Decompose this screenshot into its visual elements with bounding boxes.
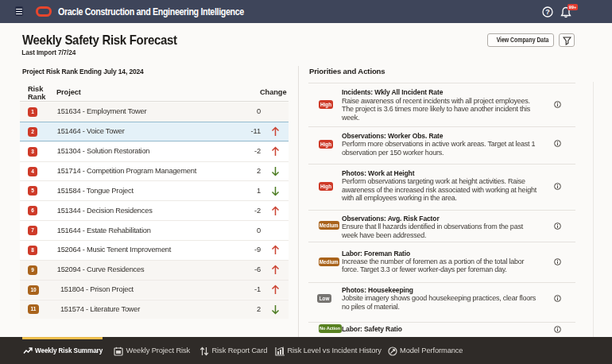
- svg-text:?: ?: [545, 8, 550, 16]
